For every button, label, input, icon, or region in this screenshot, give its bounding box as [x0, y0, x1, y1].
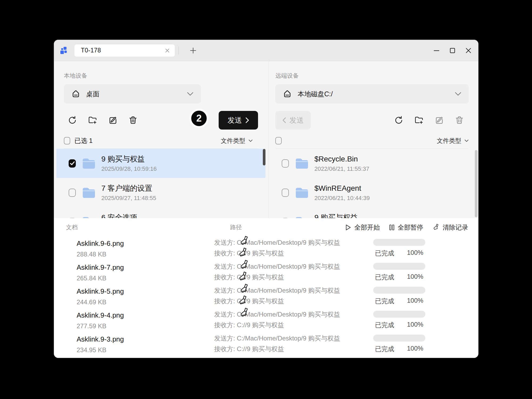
chevron-down-icon	[455, 92, 461, 96]
transfer-file-name: Asklink.9-4.png	[77, 311, 124, 319]
delete-icon[interactable]	[128, 115, 138, 125]
file-date: 2022/06/21, 10:44:39	[314, 195, 370, 202]
start-all-label: 全部开始	[354, 223, 380, 232]
progress-percent: 100%	[407, 297, 423, 304]
broom-cursor-icon	[237, 295, 248, 307]
close-button[interactable]	[465, 47, 472, 54]
file-name: 9 购买与权益	[314, 213, 358, 218]
device-panels: 本地设备 桌面	[54, 61, 478, 218]
local-device-panel: 本地设备 桌面	[54, 61, 269, 218]
file-type-filter[interactable]: 文件类型	[437, 137, 469, 145]
transfer-file-size: 277.59 KB	[77, 322, 106, 330]
refresh-icon[interactable]	[68, 115, 77, 125]
transfer-file-size: 288.48 KB	[77, 251, 106, 258]
remote-device-name: 本地磁盘C:/	[298, 90, 333, 98]
transfer-row: Asklink.9-3.png 234.95 KB 发送方: C:/Mac/Ho…	[54, 332, 478, 356]
file-checkbox[interactable]	[282, 159, 289, 168]
file-checkbox[interactable]	[69, 189, 76, 197]
progress-bar	[373, 311, 425, 318]
pause-icon	[389, 224, 395, 231]
broom-cursor-icon	[239, 236, 250, 248]
progress-status: 已完成	[375, 345, 394, 353]
file-name: $Recycle.Bin	[314, 155, 369, 164]
transfer-receiver-path: 接收方: C://9 购买与权益	[214, 297, 284, 305]
remote-selection-row: 文件类型	[275, 134, 469, 147]
clear-records-label: 清除记录	[443, 223, 468, 232]
device-icon	[283, 89, 292, 98]
pause-all-button[interactable]: 全部暂停	[389, 223, 423, 232]
maximize-button[interactable]	[449, 47, 456, 54]
doc-column-header: 文档	[66, 223, 78, 231]
transfer-receiver-path: 接收方: C://9 购买与权益	[214, 345, 284, 353]
path-column-header: 路径	[230, 223, 242, 231]
clear-records-button[interactable]: 清除记录	[432, 223, 468, 232]
list-item[interactable]: 9 购买与权益 2025/09/28, 10:59:16	[56, 149, 265, 178]
file-checkbox[interactable]	[282, 189, 289, 197]
minimize-button[interactable]	[433, 47, 440, 54]
scrollbar-thumb[interactable]	[263, 149, 265, 165]
progress-bar	[373, 239, 425, 246]
remote-device-dropdown[interactable]: 本地磁盘C:/	[275, 84, 469, 103]
pause-all-label: 全部暂停	[398, 223, 423, 232]
new-folder-icon[interactable]	[88, 115, 97, 125]
list-item[interactable]: 6 安全选项	[56, 207, 265, 218]
folder-icon	[82, 158, 95, 169]
chevron-down-icon	[464, 139, 469, 142]
transfer-sender-path: 发送方: C:/Mac/Home/Desktop/9 购买与权益	[214, 238, 340, 247]
progress-status: 已完成	[375, 321, 394, 329]
refresh-icon[interactable]	[394, 115, 404, 125]
transfer-sender-path: 发送方: C:/Mac/Home/Desktop/9 购买与权益	[214, 334, 340, 343]
local-device-dropdown[interactable]: 桌面	[64, 84, 201, 103]
rename-icon[interactable]	[434, 115, 444, 125]
file-name: 7 客户端的设置	[101, 184, 156, 193]
titlebar: T0-178	[54, 40, 478, 61]
transfer-row: Asklink.9-5.png 244.69 KB 发送方: C:/Mac/Ho…	[54, 285, 478, 309]
select-all-checkbox[interactable]	[275, 137, 282, 144]
send-button[interactable]: 发送	[219, 111, 258, 130]
broom-cursor-icon	[239, 284, 250, 296]
session-tab[interactable]: T0-178	[74, 44, 175, 57]
list-item[interactable]: 9 购买与权益	[271, 207, 473, 218]
broom-cursor-icon	[239, 307, 250, 320]
send-button-label: 发送	[228, 115, 242, 125]
transfer-file-name: Asklink.9-6.png	[77, 239, 124, 248]
new-folder-icon[interactable]	[414, 115, 424, 125]
local-toolbar: 2 发送	[64, 111, 258, 130]
transfer-receiver-path: 接收方: C://9 购买与权益	[214, 273, 284, 281]
file-name: 6 安全选项	[101, 213, 137, 218]
file-type-filter[interactable]: 文件类型	[221, 137, 253, 145]
file-date: 2022/06/21, 11:55:37	[314, 165, 369, 172]
list-item[interactable]: $WinREAgent 2022/06/21, 10:44:39	[271, 178, 473, 207]
chevron-left-icon	[282, 117, 286, 123]
new-tab-button[interactable]	[189, 47, 197, 54]
folder-icon	[295, 216, 309, 218]
progress-bar	[373, 287, 425, 294]
chevron-right-icon	[245, 117, 249, 123]
progress-percent: 100%	[407, 345, 423, 352]
progress-bar	[373, 263, 425, 270]
file-date: 2025/09/28, 10:59:16	[101, 165, 157, 172]
file-name: 9 购买与权益	[101, 155, 157, 164]
tab-close-icon[interactable]	[164, 47, 171, 54]
broom-cursor-icon	[239, 260, 250, 272]
send-back-button[interactable]: 发送	[275, 111, 311, 130]
scrollbar-thumb[interactable]	[475, 150, 477, 217]
start-all-button[interactable]: 全部开始	[345, 223, 380, 232]
annotation-badge: 2	[189, 109, 209, 128]
send-back-button-label: 发送	[289, 115, 304, 125]
local-device-name: 桌面	[86, 90, 99, 98]
list-item[interactable]: 7 客户端的设置 2025/09/27, 11:48:55	[56, 178, 265, 207]
file-type-label: 文件类型	[437, 137, 461, 145]
transfer-row: Asklink.9-6.png 288.48 KB 发送方: C:/Mac/Ho…	[54, 237, 478, 261]
transfer-file-name: Asklink.9-7.png	[77, 263, 124, 272]
list-item[interactable]: $Recycle.Bin 2022/06/21, 11:55:37	[271, 149, 473, 178]
progress-status: 已完成	[375, 249, 394, 257]
rename-icon[interactable]	[108, 115, 118, 125]
transfer-list: Asklink.9-6.png 288.48 KB 发送方: C:/Mac/Ho…	[54, 237, 478, 356]
file-checkbox[interactable]	[69, 159, 76, 168]
progress-status: 已完成	[375, 297, 394, 305]
chevron-down-icon	[187, 92, 193, 96]
select-all-checkbox[interactable]	[64, 137, 70, 144]
transfer-receiver-path: 接收方: C://9 购买与权益	[214, 249, 284, 257]
delete-icon[interactable]	[455, 115, 464, 125]
